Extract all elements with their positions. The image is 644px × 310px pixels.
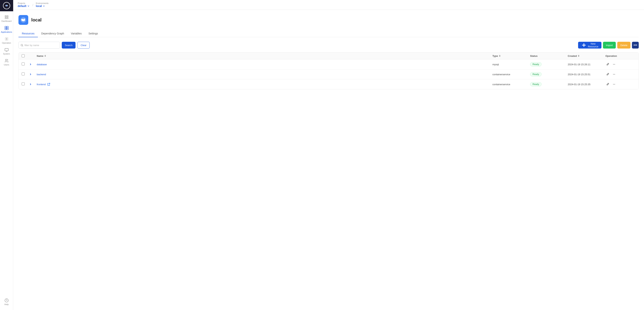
th-type[interactable]: Type [492, 54, 530, 57]
sidebar-item-dashboard[interactable]: Dashboard [0, 13, 13, 24]
resources-table: Name Type Status Created Operation [18, 52, 639, 89]
tab-variables-label: Variables [71, 32, 82, 35]
projects-label: Projects [18, 2, 30, 4]
link-icon [47, 83, 50, 86]
operation-icon [4, 37, 9, 41]
row-checkbox-cell [22, 72, 29, 76]
sidebar-item-users[interactable]: Users [0, 57, 13, 68]
delete-button[interactable]: Delete [617, 42, 630, 48]
sidebar-item-applications[interactable]: Applications [0, 24, 13, 35]
system-icon [4, 48, 9, 52]
more-actions-button[interactable] [612, 62, 616, 67]
row-expand[interactable] [29, 63, 37, 66]
new-resource-button[interactable]: New Resource [578, 42, 601, 48]
delete-label: Delete [620, 44, 628, 47]
table-header: Name Type Status Created Operation [19, 52, 638, 59]
row-expand[interactable] [29, 83, 37, 86]
resource-name[interactable]: database [37, 63, 492, 66]
svg-rect-7 [6, 26, 8, 28]
edit-button[interactable] [606, 62, 610, 67]
resource-name[interactable]: frontend [37, 83, 492, 86]
env-icon [18, 15, 28, 25]
svg-rect-2 [5, 16, 6, 17]
plus-icon [581, 42, 587, 48]
sidebar-item-system[interactable]: System [0, 46, 13, 57]
row-checkbox[interactable] [22, 82, 25, 85]
breadcrumb-separator: / [32, 3, 33, 7]
tab-settings[interactable]: Settings [85, 30, 102, 37]
resource-name-label: database [37, 63, 47, 66]
project-selector[interactable]: default [18, 4, 30, 7]
resource-type: containerservice [492, 83, 530, 86]
chevron-down-icon [27, 5, 30, 7]
svg-point-10 [6, 38, 7, 39]
sidebar-item-label: Dashboard [2, 20, 12, 22]
svg-rect-6 [5, 26, 6, 28]
th-name[interactable]: Name [37, 54, 492, 57]
help-label: Help [4, 303, 9, 306]
help-icon [4, 298, 9, 303]
row-expand[interactable] [29, 73, 37, 76]
edit-icon [606, 63, 609, 66]
import-button[interactable]: Import [603, 42, 616, 48]
logo[interactable] [0, 0, 13, 11]
dashboard-icon [4, 15, 9, 19]
resource-created: 2024-01-19 15:25:51 [568, 73, 606, 76]
external-link-icon [47, 83, 50, 86]
svg-point-13 [5, 299, 8, 302]
table-row: database mysql Ready 2024-01-19 15:26:11 [19, 59, 638, 69]
svg-point-19 [22, 20, 23, 21]
resource-actions [606, 82, 636, 86]
edit-icon [606, 83, 609, 86]
resource-created: 2024-01-19 15:25:35 [568, 83, 606, 86]
clear-button-label: Clear [80, 44, 86, 47]
page-title: local [31, 17, 42, 22]
svg-rect-5 [7, 17, 8, 19]
tab-resources[interactable]: Resources [18, 30, 38, 37]
clear-button[interactable]: Clear [78, 42, 90, 48]
th-checkbox [22, 54, 29, 57]
tabs: Resources Dependency Graph Variables Set… [18, 30, 639, 37]
more-button[interactable]: ••• [632, 42, 639, 48]
th-created[interactable]: Created [568, 54, 606, 57]
applications-icon [4, 26, 9, 30]
toolbar-right: New Resource Import Delete ••• [578, 42, 639, 48]
sidebar-item-operation[interactable]: Operation [0, 35, 13, 46]
sidebar-item-label: Applications [1, 31, 12, 33]
environment-selector[interactable]: local [36, 4, 48, 7]
sidebar-item-help[interactable]: Help [4, 297, 9, 307]
select-all-checkbox[interactable] [22, 54, 25, 57]
svg-rect-8 [5, 28, 6, 30]
svg-rect-9 [6, 28, 8, 30]
svg-rect-11 [5, 48, 8, 51]
main-content: Projects default / Environments local [13, 0, 644, 310]
sidebar-item-label: Operation [2, 42, 11, 44]
more-actions-button[interactable] [612, 72, 616, 76]
environments-section: Environments local [36, 2, 48, 7]
tab-variables[interactable]: Variables [68, 30, 85, 37]
th-expand [29, 54, 37, 57]
th-type-label: Type [492, 54, 498, 57]
sidebar-nav: Dashboard Applications Operation [0, 11, 13, 297]
search-button[interactable]: Search [62, 42, 76, 48]
row-checkbox[interactable] [22, 72, 25, 75]
edit-button[interactable] [606, 82, 610, 86]
env-name: local [36, 4, 42, 7]
resource-name[interactable]: backend [37, 73, 492, 76]
search-input[interactable] [24, 44, 54, 47]
status-badge: Ready [530, 82, 542, 86]
resource-type: mysql [492, 63, 530, 66]
ellipsis-icon [612, 73, 616, 76]
search-button-label: Search [65, 44, 72, 47]
page-content: local Resources Dependency Graph Variabl… [13, 10, 644, 310]
chevron-right-icon [29, 63, 32, 66]
sidebar-item-label: Users [4, 64, 9, 66]
th-created-label: Created [568, 54, 577, 57]
tab-settings-label: Settings [88, 32, 98, 35]
svg-rect-4 [5, 17, 6, 19]
svg-point-22 [613, 64, 614, 64]
edit-button[interactable] [606, 72, 610, 76]
row-checkbox[interactable] [22, 62, 25, 65]
more-actions-button[interactable] [612, 82, 616, 86]
tab-dependency-graph[interactable]: Dependency Graph [38, 30, 68, 37]
